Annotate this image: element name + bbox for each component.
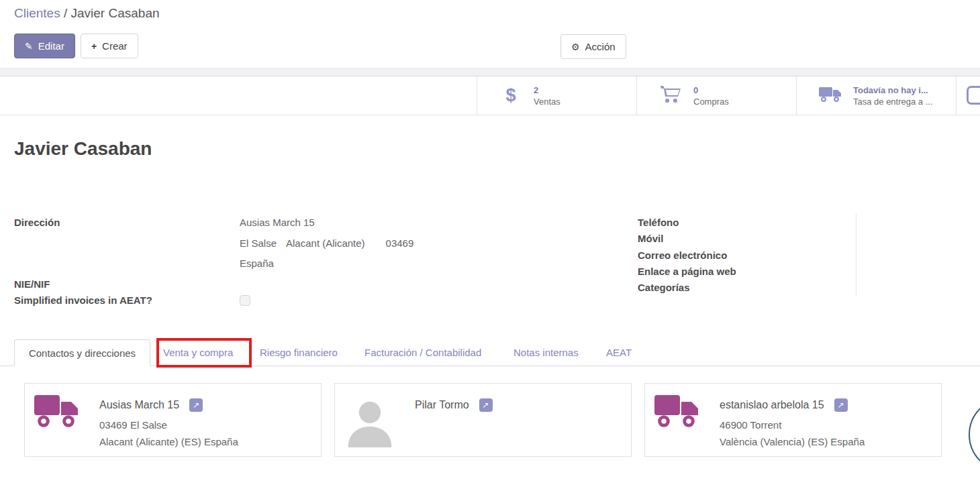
external-link-icon[interactable]: ↗ (479, 398, 493, 412)
external-link-icon[interactable]: ↗ (834, 398, 848, 412)
purchases-label: Compras (693, 97, 729, 107)
address-country: España (240, 258, 274, 269)
partial-icon (967, 86, 980, 105)
contact-address-line1: 46900 Torrent (720, 417, 865, 433)
contact-name: estanislao arbelola 15 (720, 399, 824, 411)
address-zip: 03469 (386, 237, 414, 249)
website-field-label: Enlace a página web (638, 266, 736, 277)
action-button-label: Acción (585, 41, 616, 52)
contact-form-page: Clientes / Javier Casaban ✎ Editar + Cre… (0, 0, 980, 495)
contact-address-line1: 03469 El Salse (99, 417, 238, 433)
tab-sales-purchase[interactable]: Venta y compra (163, 339, 233, 366)
plus-icon: + (91, 41, 97, 52)
address-state: Alacant (Alicante) (286, 237, 365, 249)
column-separator (856, 213, 856, 296)
delivery-label: Tasa de entrega a ... (853, 97, 933, 107)
delivery-value: Todavía no hay i... (853, 85, 928, 95)
gear-icon: ⚙ (571, 42, 580, 52)
phone-field-label: Teléfono (638, 217, 679, 228)
aeat-field-label: Simplified invoices in AEAT? (14, 294, 152, 306)
breadcrumb-separator: / (60, 6, 71, 20)
breadcrumb: Clientes / Javier Casaban (14, 6, 160, 21)
toolbar: ✎ Editar + Crear (14, 34, 138, 58)
contact-name: Ausias March 15 (99, 399, 179, 411)
tab-internal-notes[interactable]: Notas internas (513, 339, 579, 366)
contact-address-line2: Alacant (Alicante) (ES) España (99, 433, 238, 450)
stat-button-delivery[interactable]: Todavía no hay i... Tasa de entrega a ..… (796, 76, 956, 115)
address-city: El Salse (240, 237, 277, 249)
contact-card-address-2[interactable]: estanislao arbelola 15 ↗ 46900 Torrent V… (644, 383, 942, 457)
external-link-icon[interactable]: ↗ (189, 398, 203, 412)
contact-card-person[interactable]: Pilar Tormo ↗ (334, 383, 632, 457)
contact-address-line2: València (Valencia) (ES) España (720, 433, 865, 450)
dollar-icon: $ (499, 85, 523, 106)
contact-name: Pilar Tormo (415, 399, 469, 411)
truck-icon (653, 392, 701, 447)
stat-button-box: $ 2 Ventas 0 Compras (477, 76, 980, 115)
sales-count: 2 (534, 85, 538, 95)
panel-divider (0, 68, 980, 76)
mobile-field-label: Móvil (638, 233, 663, 244)
cart-icon (658, 85, 683, 107)
address-city-line: El SalseAlacant (Alicante)03469 (240, 237, 423, 249)
tab-invoicing[interactable]: Facturación / Contabilidad (364, 339, 481, 366)
person-icon (343, 392, 397, 447)
stat-button-sales[interactable]: $ 2 Ventas (477, 76, 636, 115)
edit-button-label: Editar (38, 40, 64, 52)
form-sheet: $ 2 Ventas 0 Compras (0, 76, 980, 495)
tab-aeat[interactable]: AEAT (606, 339, 632, 366)
email-field-label: Correo electrónico (638, 250, 727, 261)
truck-icon (33, 392, 81, 447)
breadcrumb-current: Javier Casaban (71, 6, 160, 20)
aeat-checkbox[interactable] (240, 295, 250, 306)
tab-financial-risk[interactable]: Riesgo financiero (260, 339, 338, 366)
stat-button-purchases[interactable]: 0 Compras (636, 76, 796, 115)
create-button[interactable]: + Crear (81, 34, 138, 58)
sales-label: Ventas (534, 97, 560, 107)
nif-field-label: NIE/NIF (14, 278, 50, 290)
floating-circle-partial (969, 397, 980, 472)
purchases-count: 0 (693, 85, 698, 95)
create-button-label: Crear (102, 40, 128, 52)
categories-field-label: Categorías (638, 282, 690, 293)
breadcrumb-parent-link[interactable]: Clientes (14, 6, 60, 20)
action-button[interactable]: ⚙ Acción (560, 34, 626, 59)
address-field-label: Dirección (14, 217, 60, 228)
record-title: Javier Casaban (14, 138, 152, 160)
contact-card-address-1[interactable]: Ausias March 15 ↗ 03469 El Salse Alacant… (24, 383, 322, 457)
stat-button-partial[interactable] (956, 76, 980, 115)
contact-card-list: Ausias March 15 ↗ 03469 El Salse Alacant… (24, 383, 942, 457)
truck-icon (818, 85, 842, 107)
stat-row-border (0, 115, 980, 115)
address-street: Ausias March 15 (240, 217, 315, 228)
tab-contacts[interactable]: Contactos y direcciones (14, 339, 150, 366)
pencil-icon: ✎ (25, 41, 33, 52)
edit-button[interactable]: ✎ Editar (14, 34, 75, 58)
